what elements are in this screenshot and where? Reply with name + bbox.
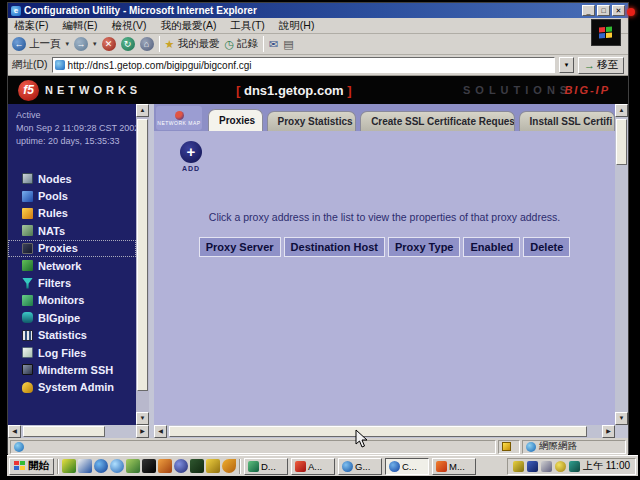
- bigip-label: BIG-IP: [564, 84, 610, 96]
- sidebar-horizontal-scrollbar[interactable]: ◀ ▶: [8, 425, 149, 438]
- column-delete[interactable]: Delete: [523, 237, 570, 257]
- column-proxy-server[interactable]: Proxy Server: [199, 237, 281, 257]
- tray-icon[interactable]: [527, 461, 538, 472]
- sidebar-item-monitors[interactable]: Monitors: [8, 292, 136, 309]
- sidebar-item-bigpipe[interactable]: BIGpipe: [8, 309, 136, 326]
- instruction-text: Click a proxy address in the list to vie…: [154, 211, 615, 223]
- proxy-table-header: Proxy Server Destination Host Proxy Type…: [154, 237, 615, 257]
- network-map-button[interactable]: NETWORK MAP: [156, 106, 202, 130]
- quick-launch-icon[interactable]: [206, 459, 220, 473]
- app-area: Active Mon Sep 2 11:09:28 CST 2002 uptim…: [8, 104, 628, 438]
- tray-icon[interactable]: [513, 461, 524, 472]
- task-button-1[interactable]: D...: [244, 458, 288, 475]
- tray-icon[interactable]: [541, 461, 552, 472]
- favorites-button[interactable]: ★ 我的最愛: [165, 37, 220, 51]
- column-enabled[interactable]: Enabled: [463, 237, 520, 257]
- tab-create-ssl-certificate-request[interactable]: Create SSL Certificate Request: [360, 111, 514, 131]
- tray-icon[interactable]: [555, 461, 566, 472]
- scroll-up-arrow[interactable]: ▲: [615, 104, 628, 117]
- forward-dropdown[interactable]: ▾: [93, 40, 97, 48]
- proxies-content: + ADD Click a proxy address in the list …: [154, 131, 615, 425]
- mail-button[interactable]: ✉: [269, 38, 278, 51]
- address-dropdown[interactable]: ▾: [559, 57, 574, 73]
- scrollbar-thumb[interactable]: [616, 119, 627, 165]
- back-icon: ←: [12, 37, 26, 51]
- sidebar-vertical-scrollbar[interactable]: ▲ ▼: [136, 104, 149, 425]
- tab-proxies[interactable]: Proxies: [208, 109, 263, 131]
- title-bar[interactable]: e Configuration Utility - Microsoft Inte…: [8, 3, 628, 18]
- print-button[interactable]: ▤: [283, 38, 293, 51]
- quick-launch-icon[interactable]: [110, 459, 124, 473]
- sidebar-item-nats[interactable]: NATs: [8, 222, 136, 239]
- refresh-button[interactable]: ↻: [121, 37, 135, 51]
- close-button[interactable]: ✕: [612, 5, 625, 16]
- tab-proxy-statistics[interactable]: Proxy Statistics: [267, 111, 357, 131]
- forward-button[interactable]: →: [74, 37, 88, 51]
- column-proxy-type[interactable]: Proxy Type: [388, 237, 461, 257]
- minimize-button[interactable]: _: [582, 5, 595, 16]
- internet-zone-icon: [526, 442, 536, 452]
- quick-launch-icon[interactable]: [222, 459, 236, 473]
- history-button[interactable]: ◷ 記錄: [224, 37, 258, 51]
- maximize-button[interactable]: □: [597, 5, 610, 16]
- back-dropdown[interactable]: ▾: [66, 40, 70, 48]
- quick-launch-icon[interactable]: [190, 459, 204, 473]
- task-button-5[interactable]: M...: [432, 458, 476, 475]
- sidebar-item-log-files[interactable]: Log Files: [8, 344, 136, 361]
- sidebar-item-rules[interactable]: Rules: [8, 205, 136, 222]
- back-button[interactable]: ← 上一頁: [12, 37, 61, 51]
- task-button-4-active[interactable]: C...: [385, 458, 429, 475]
- sidebar-item-network[interactable]: Network: [8, 257, 136, 274]
- quick-launch-icon[interactable]: [158, 459, 172, 473]
- menu-help[interactable]: 說明(H): [279, 19, 315, 33]
- menu-view[interactable]: 檢視(V): [111, 19, 146, 33]
- back-label: 上一頁: [29, 37, 61, 51]
- task-icon: [436, 461, 447, 472]
- task-icon: [248, 461, 259, 472]
- scrollbar-thumb[interactable]: [23, 426, 105, 437]
- log-files-icon: [22, 347, 33, 358]
- scroll-right-arrow[interactable]: ▶: [602, 425, 615, 438]
- tab-install-ssl-certificate[interactable]: Install SSL Certifi: [519, 111, 615, 131]
- menu-edit[interactable]: 編輯(E): [62, 19, 97, 33]
- menu-tools[interactable]: 工具(T): [230, 19, 264, 33]
- tray-icon[interactable]: [569, 461, 580, 472]
- sidebar-item-statistics[interactable]: Statistics: [8, 327, 136, 344]
- add-proxy-button[interactable]: + ADD: [176, 141, 206, 172]
- quick-launch-icon[interactable]: [62, 459, 76, 473]
- start-button[interactable]: 開始: [9, 458, 54, 475]
- scroll-down-arrow[interactable]: ▼: [136, 412, 149, 425]
- address-input[interactable]: http://dns1.getop.com/bigipgui/bigconf.c…: [52, 57, 555, 73]
- stop-button[interactable]: ✕: [102, 37, 116, 51]
- scroll-down-arrow[interactable]: ▼: [615, 412, 628, 425]
- quick-launch-icon[interactable]: [174, 459, 188, 473]
- menu-favorites[interactable]: 我的最愛(A): [160, 19, 216, 33]
- quick-launch-icon[interactable]: [78, 459, 92, 473]
- home-button[interactable]: ⌂: [140, 37, 154, 51]
- sidebar-item-proxies[interactable]: Proxies: [8, 240, 136, 257]
- column-destination-host[interactable]: Destination Host: [284, 237, 385, 257]
- quick-launch-icon[interactable]: [126, 459, 140, 473]
- system-uptime: uptime: 20 days, 15:35:33: [16, 135, 136, 148]
- taskbar-separator: [57, 459, 59, 474]
- sidebar-item-nodes[interactable]: Nodes: [8, 170, 136, 187]
- scroll-left-arrow[interactable]: ◀: [8, 425, 21, 438]
- go-button[interactable]: → 移至: [578, 57, 624, 74]
- scroll-right-arrow[interactable]: ▶: [136, 425, 149, 438]
- sidebar-item-pools[interactable]: Pools: [8, 187, 136, 204]
- sidebar-item-mindterm-ssh[interactable]: Mindterm SSH: [8, 361, 136, 378]
- main-horizontal-scrollbar[interactable]: ◀ ▶: [154, 425, 615, 438]
- scrollbar-thumb[interactable]: [169, 426, 587, 437]
- address-label: 網址(D): [12, 58, 48, 72]
- main-vertical-scrollbar[interactable]: ▲ ▼: [615, 104, 628, 425]
- quick-launch-icon[interactable]: [142, 459, 156, 473]
- sidebar-item-filters[interactable]: Filters: [8, 274, 136, 291]
- sidebar-item-system-admin[interactable]: System Admin: [8, 379, 136, 396]
- quick-launch-icon[interactable]: [94, 459, 108, 473]
- task-button-2[interactable]: A...: [291, 458, 335, 475]
- scroll-left-arrow[interactable]: ◀: [154, 425, 167, 438]
- scrollbar-thumb[interactable]: [137, 119, 148, 391]
- scroll-up-arrow[interactable]: ▲: [136, 104, 149, 117]
- task-button-3[interactable]: G...: [338, 458, 382, 475]
- menu-file[interactable]: 檔案(F): [14, 19, 48, 33]
